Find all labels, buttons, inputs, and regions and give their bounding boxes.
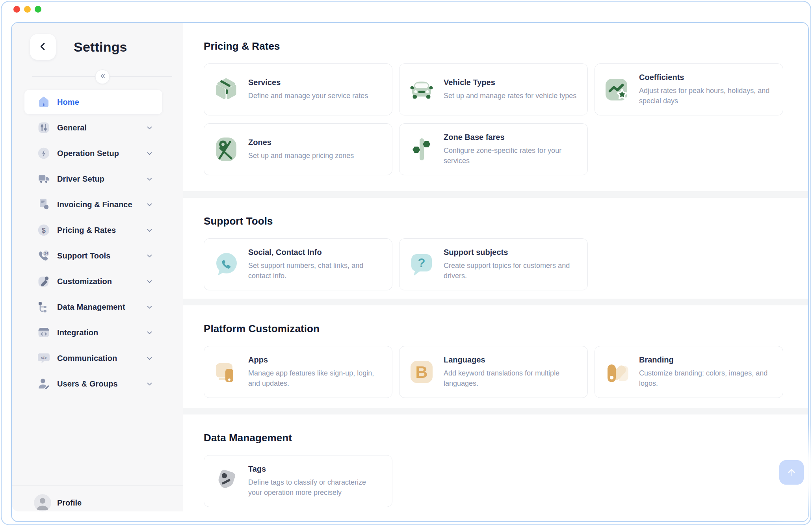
zone-markers-icon [409, 137, 434, 162]
scroll-to-top-button[interactable] [779, 460, 804, 485]
card-branding[interactable]: BrandingCustomize branding: colors, imag… [595, 346, 783, 398]
card-grid: AppsManage app features like sign-up, lo… [204, 346, 808, 398]
settings-panel: Settings HomeGeneralOperation SetupDrive… [11, 22, 809, 522]
package-icon [214, 77, 239, 102]
sidebar-item-label: Driver Setup [57, 175, 146, 184]
zoom-window-button[interactable] [35, 6, 41, 13]
sidebar-item-label: Operation Setup [57, 149, 146, 158]
invoice-icon [37, 198, 50, 211]
section-title: Support Tools [204, 215, 808, 227]
back-button[interactable] [30, 34, 56, 60]
card-text: CoefficientsAdjust rates for peak hours,… [639, 73, 775, 106]
sidebar-item-operation-setup[interactable]: Operation Setup [24, 141, 162, 165]
sidebar-item-label: Home [57, 98, 153, 107]
close-window-button[interactable] [13, 6, 20, 13]
chevron-left-icon [37, 41, 48, 53]
pen-icon [37, 275, 50, 288]
card-services[interactable]: ServicesDefine and manage your service r… [204, 63, 392, 115]
card-zone-base-fares[interactable]: Zone Base faresConfigure zone-specific r… [399, 123, 588, 175]
card-text: BrandingCustomize branding: colors, imag… [639, 355, 775, 388]
sidebar-header: Settings [12, 23, 183, 60]
card-grid: Social, Contact InfoSet support numbers,… [204, 238, 808, 290]
truck-icon [37, 172, 50, 186]
sidebar-item-label: Invoicing & Finance [57, 200, 146, 209]
card-description: Customize branding: colors, images, and … [639, 368, 775, 388]
section-title: Platform Customization [204, 323, 808, 335]
phone-24-icon: 24 [37, 249, 50, 262]
card-title: Services [248, 78, 370, 87]
sidebar-item-support-tools[interactable]: 24Support Tools [24, 243, 162, 268]
sidebar-item-profile[interactable]: Profile [12, 486, 183, 511]
double-chevron-left-icon [98, 72, 106, 81]
card-title: Zone Base fares [444, 133, 580, 142]
letter-b-icon: B [409, 359, 434, 385]
collapse-sidebar-button[interactable] [95, 69, 110, 84]
card-description: Add keyword translations for multiple la… [444, 368, 580, 388]
sidebar-item-driver-setup[interactable]: Driver Setup [24, 167, 162, 191]
card-zones[interactable]: ZonesSet up and manage pricing zones [204, 123, 392, 175]
card-tags[interactable]: TagsDefine tags to classify or character… [204, 455, 392, 507]
chevron-down-icon [146, 381, 153, 387]
sidebar-item-integration[interactable]: Integration [24, 320, 162, 345]
sidebar-item-communication[interactable]: </>Communication [24, 346, 162, 370]
sidebar-item-data-management[interactable]: Data Management [24, 295, 162, 319]
section-data-management: Data ManagementTagsDefine tags to classi… [183, 414, 808, 521]
sidebar-item-label: Data Management [57, 303, 146, 312]
profile-label: Profile [57, 498, 82, 507]
user-edit-icon [37, 377, 50, 390]
sidebar-item-label: Integration [57, 328, 146, 337]
card-title: Coefficients [639, 73, 775, 82]
card-description: Manage app features like sign-up, login,… [248, 368, 384, 388]
sidebar-item-label: Communication [57, 354, 146, 363]
card-title: Apps [248, 355, 384, 364]
sidebar-item-home[interactable]: Home [24, 90, 162, 114]
dollar-circle-icon: $ [37, 223, 50, 237]
chevron-down-icon [146, 278, 153, 285]
card-text: TagsDefine tags to classify or character… [248, 465, 384, 498]
chevron-down-icon [146, 150, 153, 157]
card-title: Support subjects [444, 248, 580, 257]
chevron-down-icon [146, 253, 153, 259]
card-text: Zone Base faresConfigure zone-specific r… [444, 133, 580, 166]
minimize-window-button[interactable] [24, 6, 31, 13]
lightning-icon [37, 147, 50, 160]
svg-text:24: 24 [44, 251, 48, 255]
sidebar-item-general[interactable]: General [24, 115, 162, 140]
card-title: Branding [639, 355, 775, 364]
svg-text:?: ? [418, 256, 426, 270]
card-coefficients[interactable]: CoefficientsAdjust rates for peak hours,… [595, 63, 783, 115]
card-vehicle-types[interactable]: Vehicle TypesSet up and manage rates for… [399, 63, 588, 115]
sidebar-item-invoicing-finance[interactable]: Invoicing & Finance [24, 192, 162, 217]
card-grid: TagsDefine tags to classify or character… [204, 455, 808, 507]
card-support-subjects[interactable]: ?Support subjectsCreate support topics f… [399, 238, 588, 290]
window-titlebar [0, 0, 812, 21]
card-apps[interactable]: AppsManage app features like sign-up, lo… [204, 346, 392, 398]
question-bubble-icon: ? [409, 252, 434, 277]
chat-code-icon: </> [37, 351, 50, 365]
sidebar-item-pricing-rates[interactable]: $Pricing & Rates [24, 218, 162, 242]
card-text: Support subjectsCreate support topics fo… [444, 248, 580, 281]
card-text: LanguagesAdd keyword translations for mu… [444, 355, 580, 388]
tag-icon [214, 468, 239, 494]
svg-text:</>: </> [41, 356, 47, 360]
code-window-icon [37, 326, 50, 339]
sidebar: Settings HomeGeneralOperation SetupDrive… [12, 23, 183, 511]
trend-star-icon [604, 77, 630, 102]
section-title: Data Management [204, 432, 808, 444]
card-social-contact-info[interactable]: Social, Contact InfoSet support numbers,… [204, 238, 392, 290]
avatar-icon [34, 494, 51, 511]
section-gap [183, 299, 808, 305]
sidebar-item-users-groups[interactable]: Users & Groups [24, 372, 162, 396]
card-text: AppsManage app features like sign-up, lo… [248, 355, 384, 388]
card-title: Tags [248, 465, 384, 474]
chevron-down-icon [146, 176, 153, 182]
sidebar-item-customization[interactable]: Customization [24, 269, 162, 294]
card-title: Social, Contact Info [248, 248, 384, 257]
home-icon [37, 95, 50, 109]
card-text: ZonesSet up and manage pricing zones [248, 138, 356, 161]
phone-bubble-icon [214, 252, 239, 277]
card-description: Define and manage your service rates [248, 91, 370, 101]
section-platform-customization: Platform CustomizationAppsManage app fea… [183, 305, 808, 408]
card-languages[interactable]: BLanguagesAdd keyword translations for m… [399, 346, 588, 398]
card-description: Set up and manage pricing zones [248, 151, 356, 161]
